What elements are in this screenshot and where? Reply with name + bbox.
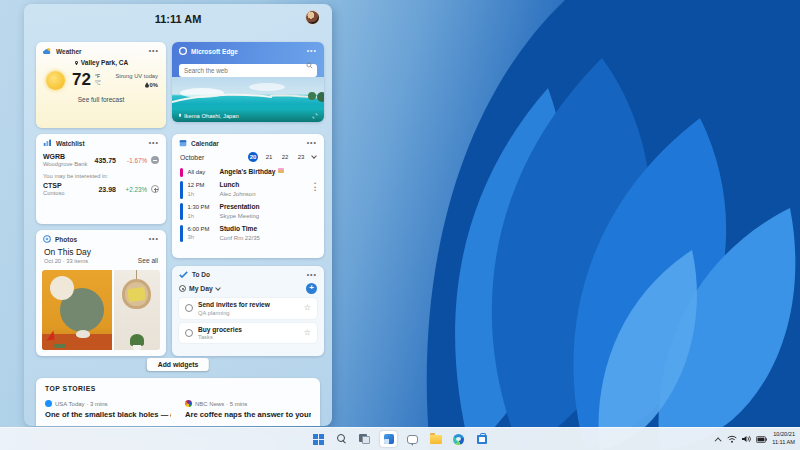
unit-toggle[interactable]: °F °C [95,74,101,87]
stock-row[interactable]: CTSP Contoso 23.98 +2.23% [36,181,166,196]
task-title: Send invites for review [198,301,270,310]
calendar-date[interactable]: 21 [264,152,274,162]
event-title: Angela's Birthday [220,168,276,177]
stock-row-action-icon[interactable] [151,156,159,164]
star-icon[interactable]: ☆ [304,329,311,337]
photos-heading: On This Day [44,247,91,257]
event-title: Lunch [220,181,256,190]
stock-row[interactable]: WGRB Woodgrove Bank 435.75 -1.67% [36,149,166,167]
see-full-forecast-link[interactable]: See full forecast [36,96,166,103]
add-task-button[interactable]: + [306,283,317,294]
event-menu-dots-icon[interactable]: ••• [314,182,316,192]
calendar-event[interactable]: 12 PM 1h Lunch Alec Johnson ••• [180,181,316,198]
calendar-widget[interactable]: Calendar ••• October 20 21 22 23 All day [172,134,324,258]
wifi-icon[interactable] [727,435,737,443]
more-options-icon[interactable]: ••• [149,237,159,241]
chat-button[interactable] [405,432,420,447]
calendar-date-selected[interactable]: 20 [248,152,258,162]
precipitation-value: 0% [150,82,158,88]
more-options-icon[interactable]: ••• [307,273,317,277]
calendar-date[interactable]: 23 [296,152,306,162]
stock-symbol: WGRB [43,153,87,160]
more-options-icon[interactable]: ••• [307,49,317,53]
more-options-icon[interactable]: ••• [149,49,159,53]
more-options-icon[interactable]: ••• [149,141,159,145]
weather-location[interactable]: Valley Park, CA [36,59,166,66]
watchlist-widget[interactable]: Watchlist ••• WGRB Woodgrove Bank 435.75… [36,134,166,224]
calendar-date[interactable]: 22 [280,152,290,162]
show-hidden-icons-chevron[interactable] [715,437,722,444]
star-icon[interactable]: ☆ [304,304,311,312]
photos-icon [43,235,51,243]
calendar-event[interactable]: 6:00 PM 3h Studio Time Conf Rm 22/35 [180,225,316,242]
battery-icon[interactable] [756,436,767,443]
tray-clock[interactable]: 10/20/21 11:11 AM [772,431,795,446]
sun-icon [46,71,65,90]
photos-widget[interactable]: Photos ••• On This Day Oct 20 · 33 items… [36,230,166,356]
location-pin-icon [74,60,79,66]
task-item[interactable]: Buy groceries Tasks ☆ [179,323,317,344]
volume-icon[interactable] [742,435,751,443]
microsoft-store-button[interactable] [474,432,489,447]
add-widgets-button[interactable]: Add widgets [147,358,209,371]
more-options-icon[interactable]: ••• [307,141,317,145]
event-duration: 3h [188,233,215,242]
event-subtitle: Skype Meeting [220,212,260,220]
unit-celsius[interactable]: °C [95,80,101,87]
see-all-link[interactable]: See all [138,257,158,264]
edge-browser-button[interactable] [451,432,466,447]
news-item[interactable]: USA Today · 3 mins One of the smallest b… [45,400,171,419]
stocks-chart-icon [43,139,52,147]
task-subtitle: Tasks [198,334,242,340]
weather-widget[interactable]: Weather ••• Valley Park, CA 72 °F °C Str… [36,42,166,128]
my-day-icon [179,285,186,292]
stock-price: 435.75 [95,157,116,164]
usa-today-logo-icon [45,400,52,407]
event-duration: 1h [188,212,215,221]
news-headline[interactable]: Are coffee naps the answer to your [185,410,311,419]
add-stock-icon[interactable] [151,185,159,193]
edge-widget[interactable]: Microsoft Edge ••• [172,42,324,122]
task-checkbox[interactable] [185,304,193,312]
web-search-input[interactable] [179,64,317,77]
weather-icon [43,47,52,55]
chevron-down-icon[interactable] [311,153,317,159]
task-checkbox[interactable] [185,329,193,337]
calendar-event[interactable]: 1:30 PM 1h Presentation Skype Meeting [180,203,316,220]
news-item[interactable]: NBC News · 5 mins Are coffee naps the an… [185,400,311,419]
calendar-title: Calendar [191,140,219,147]
edge-icon [453,434,464,445]
expand-icon[interactable] [312,113,318,119]
top-stories-label: TOP STORIES [45,385,311,392]
news-headline[interactable]: One of the smallest black holes — and [45,410,171,419]
stock-symbol: CTSP [43,182,65,189]
event-color-bar [180,181,183,198]
edge-featured-photo[interactable]: Ikema Ohashi, Japan [172,77,324,122]
file-explorer-button[interactable] [428,432,443,447]
chat-icon [407,435,418,444]
windows-logo-icon [313,434,324,445]
start-button[interactable] [311,432,326,447]
photo-thumbnail[interactable] [42,270,112,350]
tray-time: 11:11 AM [772,439,795,447]
todo-widget[interactable]: To Do ••• My Day + Send invites for revi… [172,266,324,356]
user-avatar[interactable] [305,10,320,25]
task-view-button[interactable] [357,432,372,447]
weather-condition: Strong UV today [115,73,158,79]
photo-thumbnail[interactable] [114,270,160,350]
widgets-button[interactable] [380,431,397,447]
search-icon[interactable] [306,62,313,69]
news-source-meta: NBC News · 5 mins [195,401,247,407]
event-color-bar [180,168,183,177]
chevron-down-icon[interactable] [215,285,221,291]
search-button[interactable] [334,432,349,447]
event-subtitle: Conf Rm 22/35 [220,234,260,242]
photos-title: Photos [55,236,77,243]
task-item[interactable]: Send invites for review QA planning ☆ [179,298,317,319]
stock-change: +2.23% [121,186,147,193]
calendar-event[interactable]: All day Angela's Birthday [180,168,316,177]
todo-list-selector[interactable]: My Day [189,285,213,292]
calendar-month[interactable]: October [180,154,204,161]
stock-name: Woodgrove Bank [43,161,87,167]
event-time: 1:30 PM [188,203,215,212]
